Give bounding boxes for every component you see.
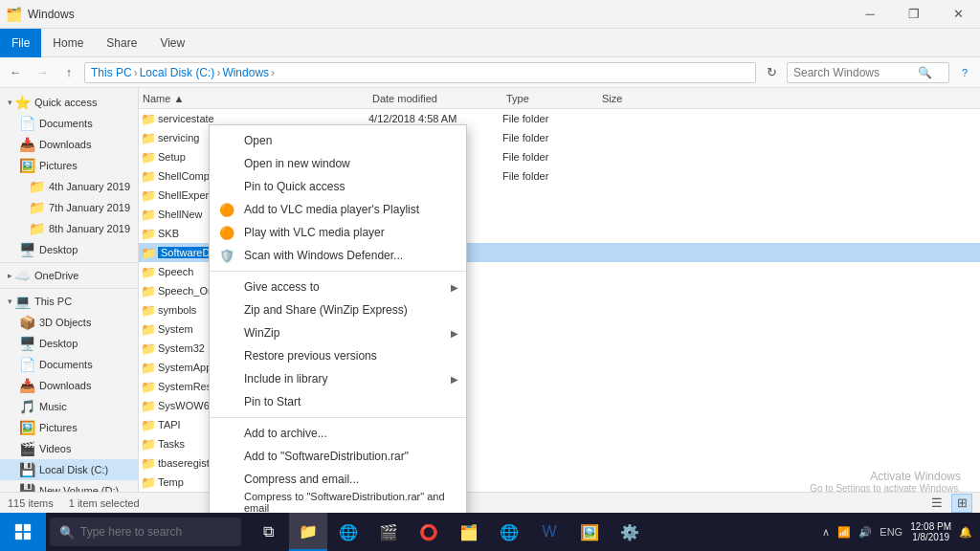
vlc-taskbar-button[interactable]: 🎬 xyxy=(369,513,408,551)
sidebar-item-downloads[interactable]: 📥 Downloads xyxy=(0,134,138,155)
crumb-this-pc[interactable]: This PC xyxy=(91,66,132,79)
onedrive-icon: ☁️ xyxy=(14,268,31,283)
ctx-compress-rar-email[interactable]: Compress to "SoftwareDistribution.rar" a… xyxy=(210,491,466,514)
ctx-compress-email[interactable]: Compress and email... xyxy=(210,468,466,491)
sidebar-item-quick-access[interactable]: ▾ ⭐ Quick access xyxy=(0,92,138,113)
this-pc-icon: 💻 xyxy=(14,294,31,309)
col-size-header[interactable]: Size xyxy=(598,93,675,104)
tab-view[interactable]: View xyxy=(148,29,196,57)
sidebar-item-music[interactable]: 🎵 Music xyxy=(0,396,138,417)
forward-button[interactable]: → xyxy=(31,61,54,84)
ctx-winzip-share[interactable]: Zip and Share (WinZip Express) xyxy=(210,298,466,321)
ctx-add-archive[interactable]: Add to archive... xyxy=(210,422,466,445)
window-controls: ─ ❐ ✕ xyxy=(848,0,980,29)
svg-rect-3 xyxy=(24,533,31,540)
titlebar: 🗂️ Windows ─ ❐ ✕ xyxy=(0,0,980,29)
folder2-button[interactable]: 🗂️ xyxy=(450,513,488,551)
search-input[interactable] xyxy=(793,66,918,79)
ctx-pin-quick-access[interactable]: Pin to Quick access xyxy=(210,175,466,198)
word-button[interactable]: W xyxy=(530,513,568,551)
column-headers: Name ▲ Date modified Type Size xyxy=(139,88,980,109)
sidebar-item-7th-jan[interactable]: 📁 7th January 2019 xyxy=(0,197,138,218)
tray-up-icon[interactable]: ∧ xyxy=(822,526,830,539)
back-button[interactable]: ← xyxy=(4,61,27,84)
restore-button[interactable]: ❐ xyxy=(892,0,936,29)
col-name-header[interactable]: Name ▲ xyxy=(139,93,368,104)
main-area: ▾ ⭐ Quick access 📄 Documents 📥 Downloads… xyxy=(0,88,980,513)
folder-icon: 📁 xyxy=(139,169,158,184)
network-icon[interactable]: 📶 xyxy=(837,526,851,539)
refresh-button[interactable]: ↻ xyxy=(760,61,783,84)
sidebar-item-desktop[interactable]: 🖥️ Desktop xyxy=(0,239,138,260)
window-icon: 🗂️ xyxy=(6,7,22,22)
folder-icon: 📁 xyxy=(139,112,158,126)
task-view-button[interactable]: ⧉ xyxy=(249,513,287,551)
ctx-open-new-window[interactable]: Open in new window xyxy=(210,152,466,175)
folder-icon: 📁 xyxy=(139,131,158,145)
tab-home[interactable]: Home xyxy=(41,29,95,57)
tab-share[interactable]: Share xyxy=(95,29,148,57)
large-icons-view-button[interactable]: ⊞ xyxy=(951,494,972,513)
start-button[interactable] xyxy=(0,513,46,551)
close-button[interactable]: ✕ xyxy=(936,0,980,29)
ctx-give-access[interactable]: Give access to ▶ xyxy=(210,276,466,298)
folder-icon: 📁 xyxy=(139,322,158,337)
taskbar-search-input[interactable] xyxy=(80,525,214,539)
sidebar-item-3d-objects[interactable]: 📦 3D Objects xyxy=(0,312,138,333)
chrome-button[interactable]: 🌐 xyxy=(490,513,528,551)
folder-icon: 📁 xyxy=(139,303,158,318)
folder-icon: 📁 xyxy=(139,361,158,375)
ctx-restore-versions[interactable]: Restore previous versions xyxy=(210,344,466,367)
crumb-windows[interactable]: Windows xyxy=(222,66,269,79)
minimize-button[interactable]: ─ xyxy=(848,0,892,29)
defender-icon: 🛡️ xyxy=(217,249,236,263)
system-tray: ∧ 📶 🔊 ENG 12:08 PM 1/8/2019 🔔 xyxy=(814,513,980,551)
edge-button[interactable]: 🌐 xyxy=(329,513,368,551)
col-type-header[interactable]: Type xyxy=(502,93,598,104)
crumb-local-disk[interactable]: Local Disk (C:) xyxy=(140,66,215,79)
folder-icon: 📁 xyxy=(139,399,158,413)
photos-button[interactable]: 🖼️ xyxy=(570,513,609,551)
sidebar-item-pictures2[interactable]: 🖼️ Pictures xyxy=(0,417,138,438)
address-path[interactable]: This PC › Local Disk (C:) › Windows › xyxy=(84,62,756,83)
ctx-pin-start[interactable]: Pin to Start xyxy=(210,390,466,413)
sidebar-item-this-pc[interactable]: ▾ 💻 This PC xyxy=(0,291,138,312)
folder-icon: 📁 xyxy=(139,342,158,356)
sidebar-item-desktop2[interactable]: 🖥️ Desktop xyxy=(0,333,138,354)
folder-icon: 📁 xyxy=(139,284,158,298)
view-controls: ☰ ⊞ xyxy=(926,494,972,513)
taskbar-search[interactable]: 🔍 xyxy=(50,518,241,546)
tab-file[interactable]: File xyxy=(0,29,41,57)
volume-icon[interactable]: 🔊 xyxy=(858,526,872,539)
ctx-winzip[interactable]: WinZip ▶ xyxy=(210,321,466,344)
up-button[interactable]: ↑ xyxy=(57,61,80,84)
notification-icon[interactable]: 🔔 xyxy=(959,526,972,539)
sidebar-item-local-disk[interactable]: 💾 Local Disk (C:) xyxy=(0,459,138,480)
sidebar-item-4th-jan[interactable]: 📁 4th January 2019 xyxy=(0,176,138,197)
ctx-scan-defender[interactable]: 🛡️ Scan with Windows Defender... xyxy=(210,244,466,267)
sidebar-item-videos[interactable]: 🎬 Videos xyxy=(0,438,138,459)
sidebar-item-onedrive[interactable]: ▸ ☁️ OneDrive xyxy=(0,265,138,286)
clock[interactable]: 12:08 PM 1/8/2019 xyxy=(910,521,951,542)
language-indicator[interactable]: ENG xyxy=(880,526,902,538)
sidebar-item-documents[interactable]: 📄 Documents xyxy=(0,113,138,134)
downloads-icon: 📥 xyxy=(19,137,35,152)
opera-button[interactable]: ⭕ xyxy=(410,513,448,551)
ctx-add-rar[interactable]: Add to "SoftwareDistribution.rar" xyxy=(210,445,466,468)
ctx-include-library[interactable]: Include in library ▶ xyxy=(210,367,466,390)
ctx-vlc-playlist[interactable]: 🟠 Add to VLC media player's Playlist xyxy=(210,198,466,221)
details-view-button[interactable]: ☰ xyxy=(926,494,947,513)
help-button[interactable]: ? xyxy=(953,61,976,84)
sidebar-item-pictures[interactable]: 🖼️ Pictures xyxy=(0,155,138,176)
file-explorer-taskbar-button[interactable]: 📁 xyxy=(289,513,327,551)
taskbar-pinned-icons: ⧉ 📁 🌐 🎬 ⭕ 🗂️ 🌐 W 🖼️ ⚙️ xyxy=(245,513,653,551)
col-date-header[interactable]: Date modified xyxy=(368,93,502,104)
folder-icon: 📁 xyxy=(139,475,158,490)
ctx-open[interactable]: Open xyxy=(210,129,466,152)
settings-button[interactable]: ⚙️ xyxy=(611,513,649,551)
sidebar-item-downloads2[interactable]: 📥 Downloads xyxy=(0,375,138,396)
folder-icon: 📁 xyxy=(29,179,45,194)
sidebar-item-8th-jan[interactable]: 📁 8th January 2019 xyxy=(0,218,138,239)
ctx-vlc-play[interactable]: 🟠 Play with VLC media player xyxy=(210,221,466,244)
sidebar-item-docs2[interactable]: 📄 Documents xyxy=(0,354,138,375)
